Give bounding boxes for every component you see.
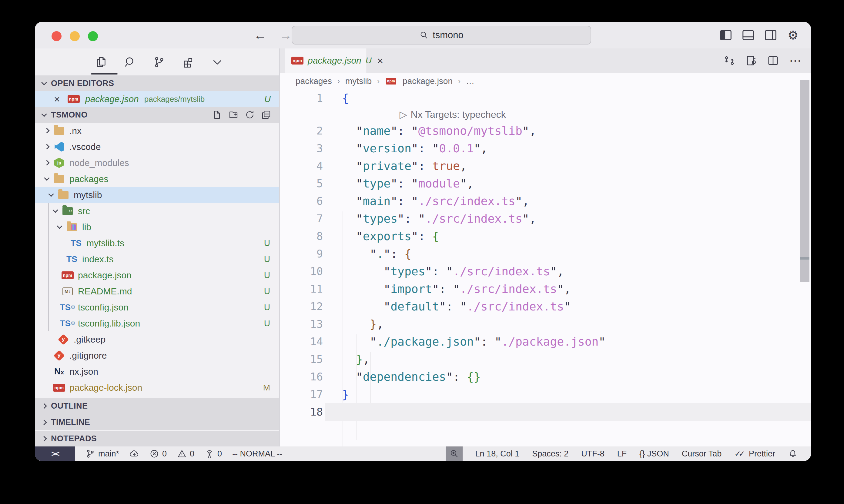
open-preview-icon[interactable] [745, 55, 757, 66]
more-actions-icon[interactable]: ⋯ [789, 54, 802, 68]
breadcrumb-item[interactable]: packages [296, 76, 332, 86]
code-line-13[interactable]: 13 }, [280, 315, 811, 333]
toggle-secondary-sidebar-icon[interactable] [764, 28, 778, 42]
settings-gear-icon[interactable]: ⚙ [786, 28, 800, 42]
tab-package-json[interactable]: npm package.json U × [285, 49, 367, 73]
breadcrumb-item[interactable]: package.json [402, 76, 453, 86]
collapse-all-icon[interactable] [260, 109, 272, 121]
active-view-underline [91, 73, 118, 74]
tree-item-node-modules[interactable]: jsnode_modules [35, 155, 279, 171]
status-main[interactable]: main* [86, 449, 119, 458]
editor-scrollbar[interactable] [800, 80, 809, 282]
close-editor-icon[interactable]: × [52, 93, 62, 105]
tree-item--gitkeep[interactable]: y.gitkeep [35, 331, 279, 347]
code-line-15[interactable]: 15 }, [280, 350, 811, 368]
status-zoom-plus-badge[interactable] [446, 447, 463, 461]
zoom-indicator-icon[interactable] [446, 447, 463, 461]
code-line-8[interactable]: 8 "exports": { [280, 228, 811, 245]
timeline-section-header[interactable]: TIMELINE [35, 414, 279, 430]
open-editor-item-package-json[interactable]: × npm package.json packages/mytslib U [35, 91, 279, 107]
close-window-button[interactable] [52, 31, 62, 41]
tree-item-nx-json[interactable]: Nxnx.json [35, 363, 279, 379]
code-line-4[interactable]: 4 "private": true, [280, 157, 811, 175]
workspace-header-tsmono[interactable]: TSMONO [35, 107, 279, 123]
maximize-window-button[interactable] [88, 31, 98, 41]
command-center-search[interactable]: tsmono [292, 26, 591, 44]
code-line-9[interactable]: 9 ".": { [280, 245, 811, 263]
status-cursor-tab[interactable]: Cursor Tab [682, 449, 722, 458]
code-line-12[interactable]: 12 "default": "./src/index.ts" [280, 298, 811, 315]
status-0[interactable]: 0 [150, 449, 167, 458]
toggle-sidebar-icon[interactable] [719, 28, 733, 42]
status-bell[interactable] [788, 449, 798, 458]
tree-item-readme-md[interactable]: M↓README.mdU [35, 283, 279, 299]
navigate-forward-button[interactable]: → [279, 28, 292, 42]
chevron-down-icon[interactable] [52, 207, 58, 213]
tree-item-packages[interactable]: packages [35, 171, 279, 187]
toggle-panel-icon[interactable] [741, 28, 755, 42]
code-line-7[interactable]: 7 "types": "./src/index.ts", [280, 210, 811, 228]
status-normal[interactable]: -- NORMAL -- [232, 449, 282, 458]
tree-item-lib[interactable]: lib [35, 219, 279, 235]
status-json[interactable]: {} JSON [639, 449, 669, 458]
status-cloud-upload[interactable] [130, 449, 139, 458]
open-editors-header[interactable]: OPEN EDITORS [35, 75, 279, 91]
extensions-icon[interactable] [182, 55, 195, 69]
more-views-chevron-icon[interactable] [211, 55, 224, 69]
tree-item--nx[interactable]: .nx [35, 123, 279, 139]
code-line-5[interactable]: 5 "type": "module", [280, 175, 811, 192]
close-tab-icon[interactable]: × [377, 55, 383, 67]
status-0[interactable]: 0 [205, 449, 222, 458]
code-line-3[interactable]: 3 "version": "0.0.1", [280, 140, 811, 157]
code-editor[interactable]: 1{▷Nx Targets: typecheck2 "name": "@tsmo… [280, 89, 811, 447]
code-line-2[interactable]: 2 "name": "@tsmono/mytslib", [280, 122, 811, 140]
chevron-down-icon[interactable] [48, 191, 54, 197]
chevron-right-icon[interactable] [44, 144, 49, 149]
tree-item-tsconfig-json[interactable]: TS⚙tsconfig.jsonU [35, 299, 279, 315]
open-changes-icon[interactable] [724, 55, 735, 66]
tree-item-tsconfig-lib-json[interactable]: TS⚙tsconfig.lib.jsonU [35, 315, 279, 331]
codelens-nx-targets[interactable]: ▷Nx Targets: typecheck [280, 107, 811, 122]
tree-item--gitignore[interactable]: y.gitignore [35, 347, 279, 363]
remote-indicator[interactable]: >< [35, 447, 75, 461]
minimize-window-button[interactable] [70, 31, 80, 41]
tree-item--vscode[interactable]: .vscode [35, 139, 279, 155]
navigate-back-button[interactable]: ← [254, 28, 266, 42]
tree-item-mytslib-ts[interactable]: TSmytslib.tsU [35, 235, 279, 251]
status-ln-18-col-1[interactable]: Ln 18, Col 1 [475, 449, 520, 458]
chevron-down-icon[interactable] [44, 175, 49, 181]
code-line-14[interactable]: 14 "./package.json": "./package.json" [280, 333, 811, 350]
source-control-icon[interactable] [153, 55, 166, 69]
new-folder-icon[interactable] [228, 109, 239, 121]
chevron-down-icon[interactable] [57, 223, 62, 229]
outline-section-header[interactable]: OUTLINE [35, 398, 279, 414]
run-icon[interactable]: ▷ [400, 109, 407, 120]
tree-item-mytslib[interactable]: mytslib [35, 187, 279, 203]
code-line-16[interactable]: 16 "dependencies": {} [280, 368, 811, 385]
new-file-icon[interactable] [211, 109, 223, 121]
refresh-icon[interactable] [244, 109, 256, 121]
status-spaces-2[interactable]: Spaces: 2 [532, 449, 568, 458]
notepads-section-header[interactable]: NOTEPADS [35, 431, 279, 447]
code-line-11[interactable]: 11 "import": "./src/index.ts", [280, 280, 811, 298]
tree-item-package-lock-json[interactable]: npmpackage-lock.jsonM [35, 379, 279, 396]
code-line-1[interactable]: 1{ [280, 89, 811, 107]
code-line-10[interactable]: 10 "types": "./src/index.ts", [280, 263, 811, 280]
status-utf-8[interactable]: UTF-8 [581, 449, 604, 458]
explorer-files-icon[interactable] [94, 55, 108, 69]
status-0[interactable]: 0 [177, 449, 194, 458]
breadcrumb-item[interactable]: … [466, 76, 475, 86]
chevron-right-icon[interactable] [44, 128, 49, 133]
status-lf[interactable]: LF [617, 449, 627, 458]
breadcrumb-item[interactable]: mytslib [345, 76, 372, 86]
split-editor-icon[interactable] [767, 55, 779, 66]
chevron-right-icon[interactable] [44, 160, 49, 165]
search-icon[interactable] [123, 55, 137, 69]
code-line-17[interactable]: 17} [280, 385, 811, 403]
code-line-6[interactable]: 6 "main": "./src/index.ts", [280, 192, 811, 210]
tree-item-index-ts[interactable]: TSindex.tsU [35, 251, 279, 267]
status-prettier[interactable]: ✓✓Prettier [734, 449, 775, 458]
tree-item-src[interactable]: src [35, 203, 279, 219]
code-line-18[interactable]: 18 [280, 403, 811, 421]
tree-item-package-json[interactable]: npmpackage.jsonU [35, 267, 279, 283]
